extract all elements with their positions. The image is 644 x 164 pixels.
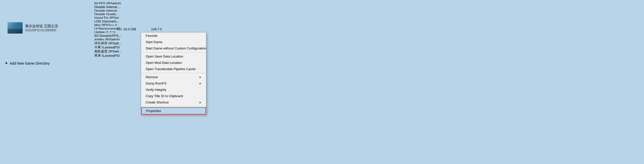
mod-item-6: LOD Improvem...: [93, 19, 141, 22]
add-game-directory[interactable]: + Add New Game Directory: [5, 61, 50, 66]
game-playtime: 149.7 h: [151, 27, 162, 31]
context-menu-create-shortcut[interactable]: Create Shortcut ▶: [141, 99, 206, 105]
context-menu-properties-label: Properties: [146, 109, 161, 113]
separator-2: [141, 73, 206, 73]
game-id: 0x0100F2C0115B6000: [25, 29, 58, 32]
remove-arrow-icon: ▶: [199, 76, 202, 78]
mod-item-14: 相机速度 (IPSwit...: [93, 49, 141, 52]
mod-item-4: Disable Quality ...: [93, 12, 141, 15]
context-menu-open-pipeline-label: Open Transferable Pipeline Cache: [146, 67, 196, 71]
separator-1: [141, 52, 206, 52]
context-menu-dump-romfs[interactable]: Dump RomFS ▶: [141, 80, 206, 87]
mod-item-10: [D] DynamicFPS...: [93, 34, 141, 37]
mod-item-13: 去雾 (LayeredFS): [93, 45, 141, 48]
game-format-badge: XCI: [116, 27, 122, 31]
mod-item-7: Max DFPS++ (L...: [93, 23, 141, 26]
mod-item-5: Island Fix (IPSwi...: [93, 16, 141, 19]
context-menu-properties[interactable]: Properties: [141, 107, 206, 115]
mod-item-2: Disable Internal ...: [93, 5, 141, 8]
main-area: 60 FPS (IPSwitch) Disable Internal ... D…: [0, 0, 644, 164]
mod-item-12: 优化画质 (IPSwit...: [93, 41, 141, 44]
dump-romfs-arrow-icon: ▶: [199, 82, 202, 85]
mod-item-3: Disable Internal ...: [93, 9, 141, 12]
context-menu: Favorite Start Game Start Game without C…: [141, 32, 206, 115]
mod-item-1: 60 FPS (IPSwitch): [93, 1, 141, 4]
context-menu-remove-label: Remove: [146, 75, 158, 79]
add-game-dir-label: Add New Game Directory: [10, 61, 50, 65]
game-size: 16.3 GiB: [123, 27, 136, 31]
context-menu-favorite-label: Favorite: [146, 34, 157, 38]
context-menu-copy-title-id[interactable]: Copy Title ID to Clipboard: [141, 93, 206, 99]
context-menu-start-game-label: Start Game: [146, 40, 162, 44]
context-menu-start-game[interactable]: Start Game: [141, 39, 206, 45]
game-meta: 16.3 GiB 149.7 h: [123, 27, 162, 31]
game-info: 塞尔达传说 王国之泪 0x0100F2C0115B6000: [25, 24, 58, 32]
context-menu-open-save-label: Open Save Data Location: [146, 54, 183, 58]
context-menu-create-shortcut-label: Create Shortcut: [146, 100, 169, 104]
context-menu-open-mod-label: Open Mod Data Location: [146, 61, 182, 65]
game-thumbnail: [8, 22, 23, 34]
add-icon: +: [5, 61, 8, 66]
context-menu-verify-label: Verify Integrity: [146, 88, 166, 92]
context-menu-start-no-config[interactable]: Start Game without Custom Configuration: [141, 45, 206, 51]
context-menu-copy-title-id-label: Copy Title ID to Clipboard: [146, 94, 183, 98]
context-menu-dump-romfs-label: Dump RomFS: [146, 81, 166, 85]
context-menu-open-pipeline[interactable]: Open Transferable Pipeline Cache: [141, 66, 206, 72]
separator-3: [141, 106, 206, 106]
mod-item-11: amiibo (IPSwitch): [93, 37, 141, 40]
context-menu-open-save[interactable]: Open Save Data Location: [141, 53, 206, 60]
create-shortcut-arrow-icon: ▶: [199, 101, 202, 104]
context-menu-verify[interactable]: Verify Integrity: [141, 87, 206, 93]
game-item[interactable]: 塞尔达传说 王国之泪 0x0100F2C0115B6000: [8, 22, 58, 34]
context-menu-favorite[interactable]: Favorite: [141, 33, 206, 39]
context-menu-start-no-config-label: Start Game without Custom Configuration: [146, 46, 206, 50]
context-menu-remove[interactable]: Remove ▶: [141, 74, 206, 80]
game-title: 塞尔达传说 王国之泪: [25, 24, 58, 29]
context-menu-open-mod[interactable]: Open Mod Data Location: [141, 60, 206, 66]
mod-item-15: 黑屏 (LayeredFS): [93, 53, 141, 57]
